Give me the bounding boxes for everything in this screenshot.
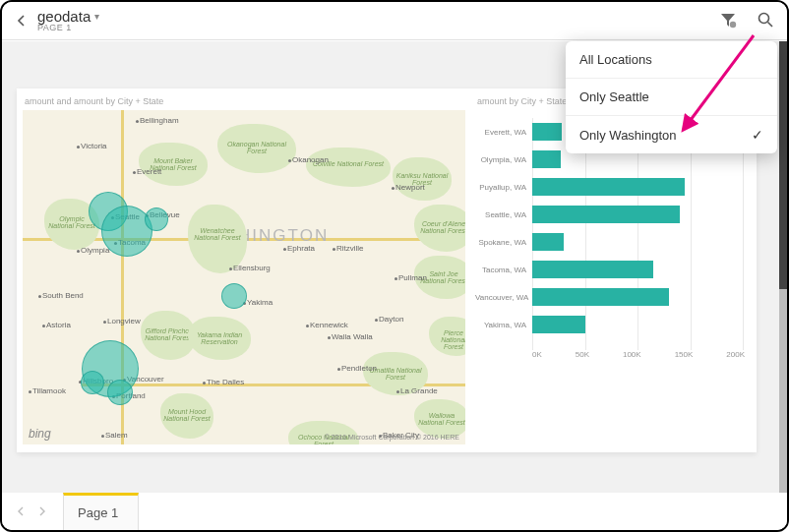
map-city-dot — [392, 187, 394, 190]
chart-category-label: Seattle, WA — [475, 210, 532, 219]
filter-button[interactable] — [716, 8, 740, 31]
map-city-label: The Dalles — [207, 378, 244, 386]
chart-bar-area — [532, 233, 749, 251]
chart-axis-tick: 200K — [726, 350, 745, 364]
map-city-dot — [283, 248, 286, 251]
map-forest-label: Okanogan National Forest — [219, 141, 294, 154]
map-data-bubble[interactable] — [81, 371, 104, 394]
report-title: geodata — [37, 9, 91, 24]
map-city-dot — [337, 368, 340, 371]
map-city-dot — [103, 321, 106, 324]
map-city-label: Pendleton — [341, 364, 377, 373]
chart-category-label: Yakima, WA — [475, 321, 532, 329]
map-city-dot — [333, 248, 335, 251]
caret-left-icon — [16, 506, 26, 516]
bar-chart-visual[interactable]: Everett, WAOlympia, WAPuyallup, WASeattl… — [475, 110, 749, 444]
filter-menu-item-label: Only Seattle — [579, 89, 649, 104]
map-city-dot — [229, 267, 232, 270]
chart-bar[interactable] — [532, 233, 564, 251]
search-icon — [757, 11, 774, 29]
chart-bar[interactable] — [532, 123, 562, 141]
map-city-dot — [38, 295, 41, 298]
caret-right-icon — [37, 506, 47, 516]
map-city-label: Longview — [107, 317, 141, 325]
map-city-label: La Grande — [400, 386, 438, 395]
map-forest-label: Gifford Pinchot National Forest — [143, 327, 194, 341]
title-group[interactable]: geodata ▾ PAGE 1 — [37, 9, 99, 32]
page-prev-button[interactable] — [10, 501, 31, 522]
chart-row: Puyallup, WA — [475, 173, 749, 201]
map-forest-label: Pierce National Forest — [431, 329, 465, 350]
filter-menu-item[interactable]: All Locations — [566, 41, 777, 79]
chevron-down-icon: ▾ — [94, 12, 99, 22]
map-city-label: Dayton — [379, 315, 403, 324]
map-city-dot — [77, 146, 80, 148]
chart-bar[interactable] — [532, 316, 585, 333]
chart-bar[interactable] — [532, 288, 669, 306]
map-city-label: South Bend — [42, 291, 84, 300]
filter-menu-item-label: Only Washington — [579, 128, 677, 143]
map-forest-label: Wallowa National Forest — [416, 412, 465, 426]
map-city-dot — [133, 171, 136, 174]
chart-axis-tick: 50K — [576, 350, 589, 364]
page-next-button[interactable] — [31, 501, 53, 522]
map-city-label: Astoria — [46, 321, 71, 329]
map-city-label: Olympia — [81, 246, 109, 255]
map-city-label: Ellensburg — [233, 264, 271, 272]
app-window: geodata ▾ PAGE 1 amount — [0, 0, 789, 532]
chart-bar-area — [532, 178, 749, 196]
chart-bar-area — [532, 316, 749, 333]
chart-row: Tacoma, WA — [475, 256, 749, 283]
svg-point-1 — [759, 14, 769, 24]
map-data-bubble[interactable] — [145, 207, 168, 231]
map-city-dot — [101, 435, 104, 438]
filter-menu-item-label: All Locations — [579, 52, 652, 67]
map-data-bubble[interactable] — [221, 283, 247, 309]
bing-logo: bing — [29, 427, 51, 441]
map-data-bubble[interactable] — [107, 380, 133, 405]
map-city-dot — [375, 319, 378, 322]
filter-menu-item[interactable]: Only Washington✓ — [566, 116, 777, 153]
scrollbar-thumb[interactable] — [779, 41, 787, 289]
map-city-dot — [42, 325, 45, 327]
page-tab-active[interactable]: Page 1 — [63, 493, 139, 530]
map-background: WASHINGTON ID Okanogan National ForestMo… — [23, 110, 465, 444]
chart-bar-area — [532, 288, 749, 306]
map-city-dot — [306, 325, 309, 327]
chart-row: Spokane, WA — [475, 228, 749, 256]
chart-category-label: Puyallup, WA — [475, 183, 532, 192]
svg-point-0 — [730, 22, 736, 28]
chart-row: Yakima, WA — [475, 311, 749, 338]
chart-category-label: Vancouver, WA — [475, 293, 532, 302]
chart-bar[interactable] — [532, 206, 680, 223]
map-city-dot — [396, 390, 399, 393]
map-city-label: Bellingham — [140, 116, 179, 125]
map-city-dot — [203, 382, 206, 384]
map-city-dot — [136, 120, 139, 123]
filter-dropdown-menu: All LocationsOnly SeattleOnly Washington… — [566, 41, 777, 153]
back-button[interactable] — [10, 9, 33, 32]
chart-axis-tick: 150K — [675, 350, 694, 364]
map-city-dot — [288, 159, 291, 162]
map-forest-label: Wenatchee National Forest — [190, 227, 245, 241]
chart-row: Seattle, WA — [475, 201, 749, 228]
chart-bar-area — [532, 206, 749, 223]
chart-category-label: Tacoma, WA — [475, 266, 532, 274]
map-city-label: Yakima — [247, 298, 273, 307]
map-city-label: Newport — [395, 183, 425, 192]
map-city-label: Victoria — [81, 142, 107, 150]
chevron-left-icon — [15, 14, 29, 28]
map-city-label: Everett — [137, 167, 161, 176]
page-tab-bar: Page 1 — [2, 493, 787, 530]
chart-bar[interactable] — [532, 178, 685, 196]
map-visual-title: amount and amount by City + State — [25, 96, 163, 106]
search-button[interactable] — [754, 8, 777, 31]
filter-menu-item[interactable]: Only Seattle — [566, 79, 777, 116]
chart-bar[interactable] — [532, 261, 653, 278]
map-city-label: Ephrata — [287, 244, 315, 253]
map-visual[interactable]: WASHINGTON ID Okanogan National ForestMo… — [23, 110, 465, 444]
map-attribution: © 2016 Microsoft Corporation © 2016 HERE — [324, 434, 459, 441]
chart-bar[interactable] — [532, 150, 561, 168]
map-forest-label: Mount Hood National Forest — [162, 408, 212, 422]
filter-funnel-icon — [719, 11, 737, 29]
